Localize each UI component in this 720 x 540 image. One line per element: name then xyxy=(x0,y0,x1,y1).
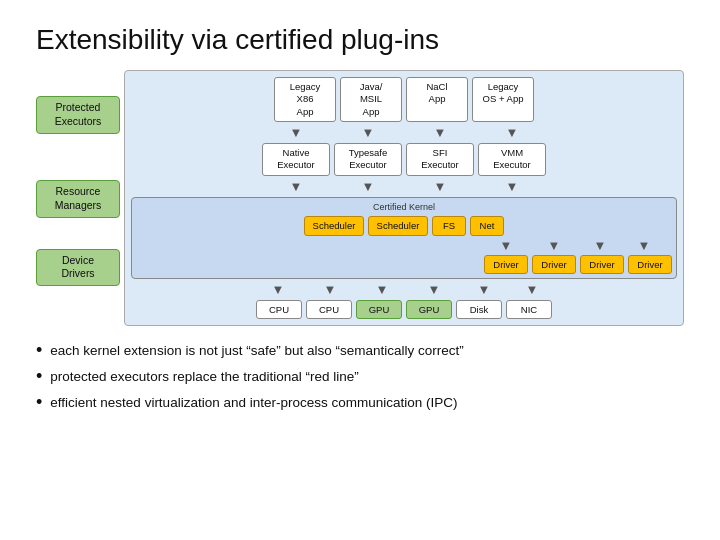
driver-2: Driver xyxy=(532,255,576,274)
arrow-1: ▼ xyxy=(262,126,330,139)
certified-kernel: Certified Kernel Scheduler Scheduler FS … xyxy=(131,197,677,279)
driver-3: Driver xyxy=(580,255,624,274)
app-legacy-x86: LegacyX86App xyxy=(274,77,336,122)
hw-gpu-2: GPU xyxy=(406,300,452,319)
label-device-drivers: DeviceDrivers xyxy=(36,249,120,286)
slide: Extensibility via certified plug-ins Pro… xyxy=(0,0,720,540)
exec-vmm: VMMExecutor xyxy=(478,143,546,176)
hw-cpu-1: CPU xyxy=(256,300,302,319)
bullet-1: • each kernel extension is not just “saf… xyxy=(36,342,684,361)
arrow-hw-3: ▼ xyxy=(358,283,406,296)
bullet-3: • efficient nested virtualization and in… xyxy=(36,394,684,413)
kernel-label: Certified Kernel xyxy=(136,202,672,212)
arrow-12: ▼ xyxy=(624,239,664,252)
arrow-row-3: ▼ ▼ ▼ ▼ xyxy=(136,239,672,252)
arrow-row-2: ▼ ▼ ▼ ▼ xyxy=(131,180,677,193)
arrow-hw-1: ▼ xyxy=(254,283,302,296)
net-box: Net xyxy=(470,216,504,236)
driver-1: Driver xyxy=(484,255,528,274)
app-java-msil: Java/MSILApp xyxy=(340,77,402,122)
arrow-10: ▼ xyxy=(532,239,576,252)
diagram-main: LegacyX86App Java/MSILApp NaClApp Legacy… xyxy=(124,70,684,326)
hw-cpu-2: CPU xyxy=(306,300,352,319)
bullet-dot-2: • xyxy=(36,367,42,385)
app-legacy-os: LegacyOS + App xyxy=(472,77,534,122)
bullet-dot-3: • xyxy=(36,393,42,411)
slide-title: Extensibility via certified plug-ins xyxy=(36,24,684,56)
app-row: LegacyX86App Java/MSILApp NaClApp Legacy… xyxy=(131,77,677,122)
arrow-2: ▼ xyxy=(334,126,402,139)
arrow-7: ▼ xyxy=(406,180,474,193)
bullets: • each kernel extension is not just “saf… xyxy=(36,342,684,413)
exec-native: NativeExecutor xyxy=(262,143,330,176)
hw-nic: NIC xyxy=(506,300,552,319)
bullet-text-3: efficient nested virtualization and inte… xyxy=(50,394,457,413)
arrow-8: ▼ xyxy=(478,180,546,193)
arrow-hw-5: ▼ xyxy=(462,283,506,296)
bullet-text-1: each kernel extension is not just “safe”… xyxy=(50,342,463,361)
arrow-3: ▼ xyxy=(406,126,474,139)
fs-box: FS xyxy=(432,216,466,236)
arrow-row-1: ▼ ▼ ▼ ▼ xyxy=(131,126,677,139)
scheduler-2: Scheduler xyxy=(368,216,428,236)
hw-disk: Disk xyxy=(456,300,502,319)
driver-row: Driver Driver Driver Driver xyxy=(136,255,672,274)
arrow-9: ▼ xyxy=(484,239,528,252)
bullet-text-2: protected executors replace the traditio… xyxy=(50,368,358,387)
hw-gpu-1: GPU xyxy=(356,300,402,319)
arrow-hw-4: ▼ xyxy=(410,283,458,296)
hw-row: CPU CPU GPU GPU Disk NIC xyxy=(131,300,677,319)
label-protected-executors: ProtectedExecutors xyxy=(36,96,120,133)
arrow-11: ▼ xyxy=(580,239,620,252)
arrow-row-4: ▼ ▼ ▼ ▼ ▼ ▼ xyxy=(131,283,677,296)
driver-4: Driver xyxy=(628,255,672,274)
app-nacl: NaClApp xyxy=(406,77,468,122)
arrow-6: ▼ xyxy=(334,180,402,193)
label-resource-managers: ResourceManagers xyxy=(36,180,120,217)
arrow-4: ▼ xyxy=(478,126,546,139)
exec-typesafe: TypesafeExecutor xyxy=(334,143,402,176)
left-labels: ProtectedExecutors ResourceManagers Devi… xyxy=(36,70,124,326)
bullet-2: • protected executors replace the tradit… xyxy=(36,368,684,387)
arrow-5: ▼ xyxy=(262,180,330,193)
diagram-area: ProtectedExecutors ResourceManagers Devi… xyxy=(36,70,684,326)
arrow-hw-2: ▼ xyxy=(306,283,354,296)
bullet-dot-1: • xyxy=(36,341,42,359)
executor-row: NativeExecutor TypesafeExecutor SFIExecu… xyxy=(131,143,677,176)
arrow-hw-6: ▼ xyxy=(510,283,554,296)
exec-sfi: SFIExecutor xyxy=(406,143,474,176)
scheduler-row: Scheduler Scheduler FS Net xyxy=(136,216,672,236)
scheduler-1: Scheduler xyxy=(304,216,364,236)
